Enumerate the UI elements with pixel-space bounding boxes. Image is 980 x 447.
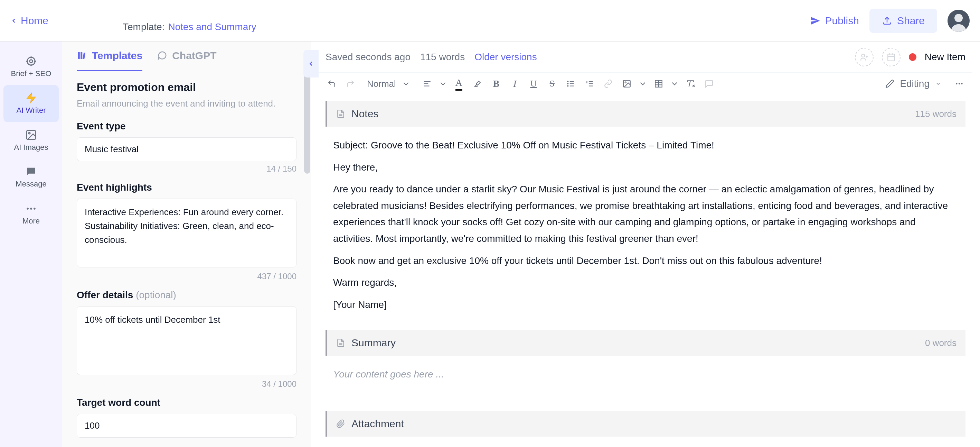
bolt-icon	[25, 92, 37, 104]
pencil-icon	[885, 79, 894, 88]
publish-button[interactable]: Publish	[810, 15, 859, 27]
svg-point-31	[567, 81, 568, 81]
align-left-icon	[423, 79, 431, 88]
event-type-label: Event type	[77, 121, 296, 132]
template-name-link[interactable]: Notes and Summary	[168, 21, 256, 32]
italic-button[interactable]: I	[507, 76, 522, 91]
schedule-button[interactable]	[882, 48, 900, 66]
section-title: Notes	[352, 108, 379, 120]
rail-label: Brief + SEO	[11, 69, 51, 78]
tab-label: Templates	[92, 50, 142, 62]
share-label: Share	[897, 15, 925, 27]
avatar[interactable]	[948, 10, 970, 32]
content-line: Are you ready to dance under a starlit s…	[333, 181, 958, 247]
svg-point-2	[955, 14, 963, 22]
rail-ai-images[interactable]: AI Images	[3, 122, 59, 159]
content-line: Subject: Groove to the Beat! Exclusive 1…	[333, 137, 958, 153]
image-button[interactable]	[619, 76, 635, 91]
svg-rect-15	[78, 52, 80, 59]
numbered-list-button[interactable]	[582, 76, 597, 91]
summary-content[interactable]: Your content goes here ...	[326, 356, 966, 394]
content-line: Hey there,	[333, 159, 958, 176]
books-icon	[77, 51, 87, 61]
message-icon	[25, 166, 37, 177]
align-dropdown[interactable]	[438, 76, 448, 91]
chevron-down-icon	[401, 79, 410, 88]
strikethrough-button[interactable]: S	[545, 76, 560, 91]
font-color-button[interactable]: A	[451, 76, 466, 91]
section-attachment-header[interactable]: Attachment	[326, 411, 966, 437]
upload-icon	[882, 16, 892, 26]
event-highlights-input[interactable]	[77, 199, 296, 267]
avatar-image	[948, 10, 970, 32]
offer-details-input[interactable]	[77, 306, 296, 375]
rail-brief-seo[interactable]: Brief + SEO	[3, 48, 59, 85]
template-description: Email announcing the event and inviting …	[77, 97, 296, 110]
template-prefix: Template:	[123, 21, 164, 32]
older-versions-link[interactable]: Older versions	[474, 51, 537, 62]
italic-icon: I	[513, 78, 516, 89]
clear-format-icon	[686, 79, 695, 88]
highlighter-icon	[473, 79, 482, 88]
image-dropdown[interactable]	[638, 76, 648, 91]
collapse-sidebar-button[interactable]	[304, 50, 318, 78]
editor-toolbar: Normal A B I U S Editing	[318, 72, 972, 95]
placeholder-text: Your content goes here ...	[333, 366, 958, 383]
rail-ai-writer[interactable]: AI Writer	[3, 85, 59, 122]
section-summary-header[interactable]: Summary 0 words	[326, 330, 966, 356]
paragraph-style-select[interactable]: Normal	[361, 76, 416, 91]
link-button[interactable]	[601, 76, 616, 91]
comment-icon	[705, 79, 714, 88]
section-word-count: 0 words	[925, 338, 956, 348]
add-collaborator-button[interactable]	[855, 48, 873, 66]
more-toolbar-button[interactable]	[952, 76, 967, 91]
align-button[interactable]	[420, 76, 435, 91]
image-icon	[622, 79, 632, 88]
table-button[interactable]	[651, 76, 666, 91]
section-notes-header[interactable]: Notes 115 words	[326, 101, 966, 127]
sidebar-scrollbar[interactable]	[304, 73, 310, 174]
rail-label: More	[22, 217, 40, 225]
svg-point-12	[27, 208, 29, 210]
offer-label-text: Offer details	[77, 290, 133, 300]
svg-point-46	[956, 83, 957, 85]
word-count: 115 words	[420, 51, 465, 62]
svg-point-18	[861, 54, 865, 57]
offer-optional-text: (optional)	[136, 290, 176, 300]
paperclip-icon	[336, 419, 345, 428]
bold-button[interactable]: B	[488, 76, 504, 91]
underline-button[interactable]: U	[526, 76, 541, 91]
event-type-input[interactable]	[77, 137, 296, 161]
chevron-left-icon	[307, 59, 315, 69]
undo-button[interactable]	[324, 76, 339, 91]
redo-button[interactable]	[343, 76, 358, 91]
tab-chatgpt[interactable]: ChatGPT	[157, 50, 216, 71]
bullet-list-button[interactable]	[563, 76, 579, 91]
rail-label: AI Images	[14, 143, 48, 152]
svg-rect-17	[83, 53, 85, 59]
content-line: Warm regards,	[333, 275, 958, 291]
tab-templates[interactable]: Templates	[77, 50, 142, 71]
target-word-count-label: Target word count	[77, 397, 296, 408]
rail-message[interactable]: Message	[3, 159, 59, 195]
comment-button[interactable]	[702, 76, 717, 91]
share-button[interactable]: Share	[869, 9, 937, 33]
font-color-icon: A	[455, 77, 462, 91]
table-dropdown[interactable]	[670, 76, 679, 91]
content-line: Book now and get an exclusive 10% off yo…	[333, 252, 958, 269]
section-title: Attachment	[352, 418, 404, 430]
event-type-counter: 14 / 150	[77, 164, 296, 174]
notes-content[interactable]: Subject: Groove to the Beat! Exclusive 1…	[326, 127, 966, 324]
content-line: [Your Name]	[333, 297, 958, 313]
editing-mode-button[interactable]: Editing	[878, 78, 948, 89]
svg-point-32	[567, 83, 568, 84]
strike-icon: S	[550, 78, 555, 89]
numbered-list-icon	[585, 79, 594, 88]
clear-format-button[interactable]	[683, 76, 698, 91]
highlight-button[interactable]	[470, 76, 485, 91]
svg-marker-9	[27, 93, 36, 103]
rail-more[interactable]: More	[3, 196, 59, 233]
target-word-count-input[interactable]	[77, 414, 296, 437]
home-link[interactable]: Home	[10, 15, 48, 27]
link-icon	[604, 79, 612, 88]
